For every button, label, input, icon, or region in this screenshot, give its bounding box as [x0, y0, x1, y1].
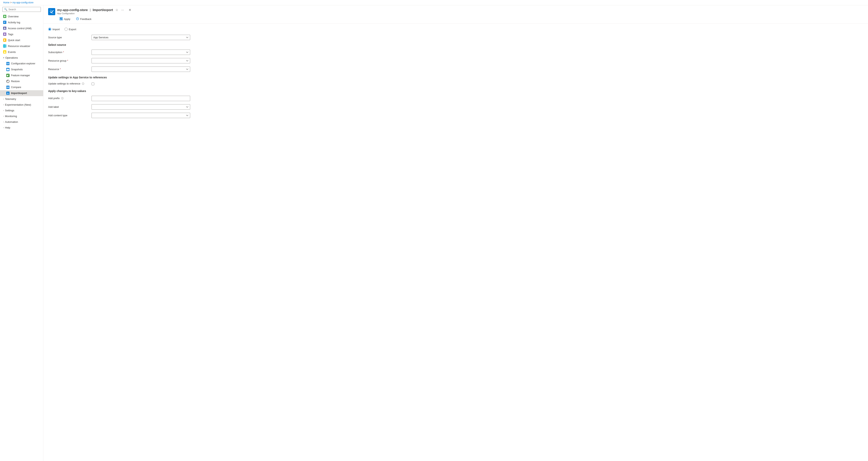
sidebar: 🔍 Overview Activity log Access control (…: [0, 5, 43, 461]
monitoring-chevron: ›: [3, 115, 4, 117]
page-title: my-app-config-store | Import/export: [57, 8, 113, 12]
config-explorer-icon: [6, 62, 9, 65]
restore-icon: [6, 80, 9, 83]
experimentation-chevron: ›: [3, 104, 4, 106]
update-settings-checkbox-row: [92, 83, 190, 85]
resource-label: Resource *: [48, 68, 92, 71]
nav-activity-log[interactable]: Activity log: [0, 19, 43, 25]
title-divider: |: [90, 8, 91, 12]
import-radio[interactable]: [48, 28, 51, 31]
nav-tags-label: Tags: [8, 33, 13, 36]
resource-visualizer-icon: [3, 45, 6, 48]
nav-operations-label: Operations: [5, 56, 18, 59]
settings-chevron: ›: [3, 109, 4, 112]
export-radio[interactable]: [64, 28, 68, 31]
nav-configuration-explorer[interactable]: Configuration explorer: [0, 61, 43, 66]
more-options-button[interactable]: ···: [121, 8, 125, 12]
add-prefix-row: Add prefix ⓘ: [48, 96, 863, 101]
update-settings-checkbox[interactable]: [92, 83, 94, 85]
search-box[interactable]: 🔍: [2, 7, 41, 12]
nav-overview-label: Overview: [8, 15, 19, 18]
nav-overview[interactable]: Overview: [0, 13, 43, 19]
resource-select[interactable]: [92, 66, 190, 72]
nav-experimentation[interactable]: › Experimentation (New): [0, 102, 43, 108]
subscription-label: Subscription *: [48, 51, 92, 54]
feature-manager-icon: [6, 74, 9, 77]
nav-restore[interactable]: Restore: [0, 78, 43, 84]
svg-rect-23: [7, 64, 9, 64]
svg-rect-26: [7, 68, 8, 69]
breadcrumb-sep: >: [10, 1, 12, 4]
form-area: Import Export Source type App Services C…: [43, 24, 868, 125]
add-content-type-row: Add content type: [48, 113, 863, 118]
svg-rect-30: [7, 76, 9, 77]
export-radio-option[interactable]: Export: [64, 28, 76, 31]
apply-icon: [60, 17, 63, 21]
import-radio-option[interactable]: Import: [48, 28, 60, 31]
add-content-type-label: Add content type: [48, 114, 92, 117]
add-prefix-info-icon: ⓘ: [61, 97, 64, 100]
nav-telemetry-label: Telemetry: [5, 97, 16, 100]
automation-chevron: ›: [3, 121, 4, 123]
add-prefix-input[interactable]: [92, 96, 190, 101]
svg-rect-29: [7, 75, 8, 76]
nav-feature-manager-label: Feature manager: [11, 74, 30, 77]
source-type-select[interactable]: App Services Configuration file Azure Ap…: [92, 35, 190, 40]
nav-settings-label: Settings: [5, 109, 14, 112]
subscription-select[interactable]: [92, 50, 190, 55]
update-settings-info-icon: ⓘ: [82, 82, 84, 85]
close-button[interactable]: ✕: [128, 8, 132, 12]
overview-icon: [3, 15, 6, 18]
nav-compare[interactable]: Compare: [0, 84, 43, 90]
search-icon: 🔍: [4, 8, 7, 11]
svg-rect-34: [7, 86, 8, 88]
nav-restore-label: Restore: [11, 80, 20, 83]
svg-rect-28: [7, 75, 9, 75]
breadcrumb: Home > my-app-config-store: [0, 0, 868, 5]
star-button[interactable]: ☆: [115, 8, 119, 12]
nav-quick-start[interactable]: Quick start: [0, 37, 43, 43]
nav-import-export[interactable]: Import/export: [0, 90, 43, 96]
resource-required: *: [60, 68, 61, 71]
svg-point-13: [4, 46, 4, 47]
compare-icon: [6, 86, 9, 89]
nav-operations[interactable]: ▾ Operations: [0, 55, 43, 61]
add-label-label: Add label: [48, 106, 92, 108]
resource-group-required: *: [67, 59, 68, 62]
apply-button[interactable]: Apply: [57, 16, 73, 22]
search-container: 🔍: [0, 5, 43, 13]
nav-telemetry[interactable]: › Telemetry: [0, 96, 43, 102]
search-input[interactable]: [8, 8, 39, 11]
header-title-row: my-app-config-store | Import/export ☆ ··…: [57, 8, 863, 12]
breadcrumb-home[interactable]: Home: [3, 1, 9, 4]
add-prefix-label: Add prefix ⓘ: [48, 97, 92, 100]
export-label: Export: [69, 28, 76, 31]
add-label-control: [92, 104, 190, 110]
nav-feature-manager[interactable]: Feature manager: [0, 73, 43, 78]
nav-access-control[interactable]: Access control (IAM): [0, 25, 43, 31]
nav-settings[interactable]: › Settings: [0, 108, 43, 113]
nav-snapshots[interactable]: Snapshots: [0, 66, 43, 73]
nav-monitoring[interactable]: › Monitoring: [0, 113, 43, 119]
apply-changes-heading: Apply changes to key-values: [48, 89, 863, 93]
activity-log-icon: [3, 21, 6, 24]
add-content-type-select[interactable]: [92, 113, 190, 118]
source-type-control: App Services Configuration file Azure Ap…: [92, 35, 190, 40]
nav-help[interactable]: › Help: [0, 125, 43, 131]
update-settings-row: Update settings to reference ⓘ: [48, 82, 863, 85]
feedback-button[interactable]: Feedback: [73, 16, 94, 22]
svg-rect-25: [7, 69, 9, 70]
nav-tags[interactable]: Tags: [0, 31, 43, 37]
nav-monitoring-label: Monitoring: [5, 115, 17, 118]
nav-events[interactable]: Events: [0, 49, 43, 55]
resource-group-select[interactable]: [92, 58, 190, 63]
nav-automation[interactable]: › Automation: [0, 119, 43, 125]
svg-rect-37: [7, 94, 9, 94]
breadcrumb-store[interactable]: my-app-config-store: [12, 1, 34, 4]
nav-activity-log-label: Activity log: [8, 21, 20, 24]
add-label-select[interactable]: [92, 104, 190, 110]
svg-rect-5: [4, 23, 5, 23]
resource-group-row: Resource group *: [48, 58, 863, 63]
feedback-label: Feedback: [80, 18, 92, 21]
nav-resource-visualizer[interactable]: Resource visualizer: [0, 43, 43, 49]
